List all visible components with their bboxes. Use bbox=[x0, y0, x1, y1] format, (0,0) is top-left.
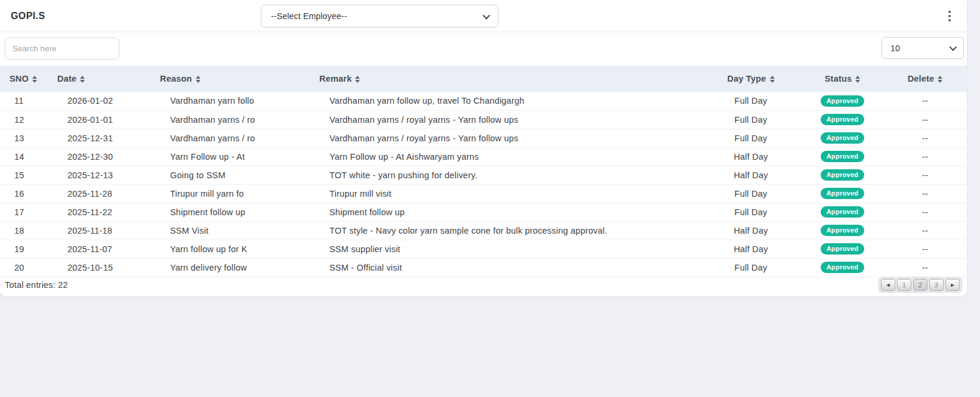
status-badge: Approved bbox=[821, 262, 865, 273]
cell-status: Approved bbox=[802, 184, 883, 203]
cell-date: 2026-01-01 bbox=[48, 110, 150, 129]
cell-date: 2025-11-18 bbox=[48, 221, 150, 240]
cell-status: Approved bbox=[802, 203, 883, 221]
cell-reason: Vardhaman yarns / ro bbox=[150, 129, 310, 147]
cell-day_type: Full Day bbox=[700, 110, 802, 129]
cell-sno: 13 bbox=[0, 129, 48, 147]
page-title: GOPI.S bbox=[11, 11, 45, 21]
cell-reason: Yarn follow up for K bbox=[150, 240, 310, 258]
cell-day_type: Half Day bbox=[700, 166, 802, 184]
pagination-prev-button[interactable]: ◄ bbox=[881, 279, 895, 291]
sort-icon bbox=[196, 76, 201, 83]
cell-date: 2025-11-28 bbox=[48, 184, 150, 203]
table-row: 172025-11-22Shipment follow upShipment f… bbox=[0, 203, 967, 221]
column-label: Reason bbox=[160, 75, 192, 84]
cell-day_type: Half Day bbox=[700, 240, 802, 258]
table-row: 122026-01-01Vardhaman yarns / roVardhama… bbox=[0, 110, 967, 129]
table-row: 202025-10-15Yarn delivery followSSM - Of… bbox=[0, 258, 967, 277]
column-label: Day Type bbox=[728, 75, 766, 84]
cell-reason: Tirupur mill yarn fo bbox=[150, 184, 310, 203]
employee-select-value: --Select Employee-- bbox=[271, 11, 347, 21]
pagination-page-1[interactable]: 1 bbox=[897, 279, 911, 291]
cell-date: 2025-12-30 bbox=[48, 147, 150, 166]
sort-icon bbox=[938, 76, 942, 83]
table-footer: Total entries: 22 ◄123► bbox=[0, 277, 967, 293]
chevron-down-icon bbox=[483, 11, 491, 19]
cell-day_type: Half Day bbox=[700, 221, 802, 240]
cell-sno: 16 bbox=[0, 184, 48, 203]
cell-delete: -- bbox=[883, 110, 967, 129]
kebab-menu-icon[interactable] bbox=[943, 8, 956, 24]
cell-delete: -- bbox=[883, 258, 967, 277]
cell-delete: -- bbox=[883, 184, 967, 203]
cell-day_type: Full Day bbox=[700, 258, 802, 277]
column-label: SNO bbox=[10, 75, 29, 84]
column-header-remark[interactable]: Remark bbox=[310, 66, 700, 92]
cell-day_type: Half Day bbox=[700, 147, 802, 166]
cell-remark: TOT style - Navy color yarn sample cone … bbox=[310, 221, 700, 240]
cell-reason: Yarn delivery follow bbox=[150, 258, 310, 277]
cell-delete: -- bbox=[883, 203, 967, 221]
cell-remark: Shipment follow up bbox=[310, 203, 700, 221]
cell-date: 2025-12-13 bbox=[48, 166, 150, 184]
table-row: 152025-12-13Going to SSMTOT white - yarn… bbox=[0, 166, 967, 184]
cell-day_type: Full Day bbox=[700, 129, 802, 147]
sort-icon bbox=[770, 76, 775, 83]
cell-delete: -- bbox=[883, 147, 967, 166]
pagination: ◄123► bbox=[879, 277, 962, 293]
sort-icon bbox=[32, 76, 37, 83]
cell-status: Approved bbox=[802, 166, 883, 184]
total-entries: Total entries: 22 bbox=[5, 280, 68, 290]
cell-status: Approved bbox=[802, 147, 883, 166]
cell-sno: 19 bbox=[0, 240, 48, 258]
page-size-select[interactable]: 10 bbox=[882, 37, 964, 59]
pagination-page-3[interactable]: 3 bbox=[929, 279, 944, 291]
column-label: Status bbox=[825, 75, 852, 84]
cell-sno: 14 bbox=[0, 147, 48, 166]
cell-sno: 20 bbox=[0, 258, 48, 277]
cell-delete: -- bbox=[883, 240, 967, 258]
cell-status: Approved bbox=[802, 92, 883, 110]
table-row: 112026-01-02Vardhaman yarn folloVardhama… bbox=[0, 92, 967, 110]
cell-remark: SSM - Official visit bbox=[310, 258, 700, 277]
cell-date: 2025-10-15 bbox=[48, 258, 150, 277]
column-header-date[interactable]: Date bbox=[48, 66, 150, 92]
cell-delete: -- bbox=[883, 129, 967, 147]
cell-remark: TOT white - yarn pushing for delivery. bbox=[310, 166, 700, 184]
cell-status: Approved bbox=[802, 129, 883, 147]
table-row: 192025-11-07Yarn follow up for KSSM supp… bbox=[0, 240, 967, 258]
cell-sno: 12 bbox=[0, 110, 48, 129]
column-header-status[interactable]: Status bbox=[802, 66, 883, 92]
pagination-next-button[interactable]: ► bbox=[945, 279, 960, 291]
column-header-sno[interactable]: SNO bbox=[0, 66, 48, 92]
cell-day_type: Full Day bbox=[700, 203, 802, 221]
content-card: GOPI.S --Select Employee-- 10 SNODateRea… bbox=[0, 0, 967, 296]
cell-sno: 11 bbox=[0, 92, 48, 110]
column-header-day_type[interactable]: Day Type bbox=[700, 66, 802, 92]
status-badge: Approved bbox=[821, 132, 865, 144]
entries-table: SNODateReasonRemarkDay TypeStatusDelete … bbox=[0, 66, 967, 277]
status-badge: Approved bbox=[821, 188, 865, 199]
cell-status: Approved bbox=[802, 110, 883, 129]
chevron-down-icon bbox=[950, 44, 957, 51]
cell-remark: Tirupur mill visit bbox=[310, 184, 700, 203]
cell-reason: SSM Visit bbox=[150, 221, 310, 240]
column-header-delete[interactable]: Delete bbox=[883, 66, 967, 92]
pagination-page-2[interactable]: 2 bbox=[913, 279, 927, 291]
table-row: 182025-11-18SSM VisitTOT style - Navy co… bbox=[0, 221, 967, 240]
cell-remark: Yarn Follow up - At Aishwaryam yarns bbox=[310, 147, 700, 166]
cell-reason: Vardhaman yarns / ro bbox=[150, 110, 310, 129]
column-label: Delete bbox=[908, 75, 935, 84]
cell-reason: Going to SSM bbox=[150, 166, 310, 184]
table-header-row: SNODateReasonRemarkDay TypeStatusDelete bbox=[0, 66, 967, 92]
cell-delete: -- bbox=[883, 221, 967, 240]
cell-remark: Vardhaman yarns / royal yarns - Yarn fol… bbox=[310, 129, 700, 147]
cell-delete: -- bbox=[883, 166, 967, 184]
search-input[interactable] bbox=[5, 38, 119, 60]
column-header-reason[interactable]: Reason bbox=[150, 66, 310, 92]
cell-sno: 18 bbox=[0, 221, 48, 240]
cell-date: 2026-01-02 bbox=[48, 92, 150, 110]
status-badge: Approved bbox=[821, 169, 865, 181]
employee-select[interactable]: --Select Employee-- bbox=[261, 5, 498, 27]
page-size-value: 10 bbox=[890, 44, 900, 53]
